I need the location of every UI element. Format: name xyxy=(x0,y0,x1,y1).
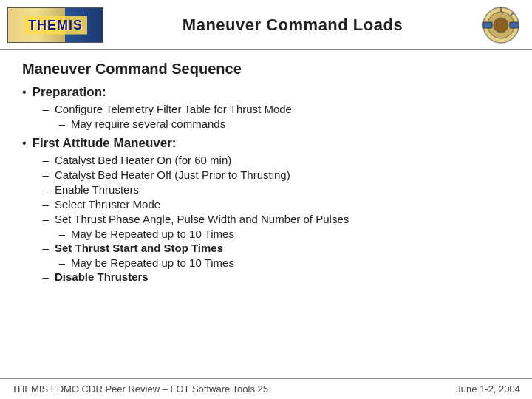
dash-2-3: – xyxy=(43,183,49,196)
sub-sub-item-start-1: – May be Repeated up to 10 Times xyxy=(59,256,510,269)
bullet-dot-2: • xyxy=(22,137,27,150)
bullet-preparation: • Preparation: – Configure Telemetry Fil… xyxy=(22,85,510,132)
bullet-content-2: First Attitude Maneuver: – Catalyst Bed … xyxy=(33,136,510,285)
svg-rect-6 xyxy=(483,22,492,28)
content: Maneuver Command Sequence • Preparation:… xyxy=(0,50,532,378)
svg-point-2 xyxy=(494,18,508,33)
sub-sub-text-1: May require several commands xyxy=(71,117,225,130)
header: THEMIS Maneuver Command Loads xyxy=(0,0,532,50)
sub-sub-list-phase: – May be Repeated up to 10 Times xyxy=(59,228,510,240)
dash-2-6: – xyxy=(43,242,49,254)
logo-text: THEMIS xyxy=(24,16,87,35)
sub-item-text-set-thrust-start: Set Thrust Start and Stop Times xyxy=(55,242,223,254)
sub-sub-text-start-1: May be Repeated up to 10 Times xyxy=(71,256,234,269)
sub-item-text-select-thruster: Select Thruster Mode xyxy=(55,198,160,211)
sub-item-enable-thrusters: – Enable Thrusters xyxy=(43,183,510,196)
sub-item-text-enable-thrusters: Enable Thrusters xyxy=(55,183,139,196)
sub-item-set-thrust-phase: – Set Thrust Phase Angle, Pulse Width an… xyxy=(43,213,510,225)
footer-left: THEMIS FDMO CDR Peer Review – FOT Softwa… xyxy=(12,383,268,395)
sub-sub-item-1: – May require several commands xyxy=(59,117,510,130)
sub-list-preparation: – Configure Telemetry Filter Table for T… xyxy=(43,103,510,130)
dash-2-6-1: – xyxy=(59,256,65,269)
dash-2-5: – xyxy=(43,213,49,225)
bullet-dot-1: • xyxy=(22,86,27,99)
dash-2-5-1: – xyxy=(59,228,65,240)
dash-2-1: – xyxy=(43,154,49,166)
dash-2-4: – xyxy=(43,198,49,211)
footer-right: June 1-2, 2004 xyxy=(456,383,520,395)
sub-item-disable-thrusters: – Disable Thrusters xyxy=(43,270,510,283)
dash-1: – xyxy=(43,103,49,115)
sub-item-configure: – Configure Telemetry Filter Table for T… xyxy=(43,103,510,115)
footer: THEMIS FDMO CDR Peer Review – FOT Softwa… xyxy=(0,378,532,399)
sub-sub-text-phase-1: May be Repeated up to 10 Times xyxy=(71,228,234,240)
dash-2-2: – xyxy=(43,168,49,181)
sub-sub-item-phase-1: – May be Repeated up to 10 Times xyxy=(59,228,510,240)
sub-item-catalyst-off: – Catalyst Bed Heater Off (Just Prior to… xyxy=(43,168,510,181)
sub-item-select-thruster: – Select Thruster Mode xyxy=(43,198,510,211)
sub-item-text-disable-thrusters: Disable Thrusters xyxy=(55,270,149,283)
header-title: Maneuver Command Loads xyxy=(103,16,482,35)
dash-2-7: – xyxy=(43,270,49,283)
sub-item-text-catalyst-on: Catalyst Bed Heater On (for 60 min) xyxy=(55,154,231,166)
satellite-icon xyxy=(482,6,520,44)
sub-item-catalyst-on: – Catalyst Bed Heater On (for 60 min) xyxy=(43,154,510,166)
bullet-content-1: Preparation: – Configure Telemetry Filte… xyxy=(33,85,510,132)
dash-1-1: – xyxy=(59,117,65,130)
bullet-label-2: First Attitude Maneuver: xyxy=(33,136,177,150)
sub-sub-list-1: – May require several commands xyxy=(59,117,510,130)
svg-rect-7 xyxy=(510,22,519,28)
sub-item-set-thrust-start: – Set Thrust Start and Stop Times xyxy=(43,242,510,254)
page: THEMIS Maneuver Command Loads Maneuver C… xyxy=(0,0,532,399)
section-title: Maneuver Command Sequence xyxy=(22,61,510,78)
sub-list-maneuver: – Catalyst Bed Heater On (for 60 min) – … xyxy=(43,154,510,283)
sub-item-text-configure: Configure Telemetry Filter Table for Thr… xyxy=(55,103,292,115)
sub-item-text-set-thrust-phase: Set Thrust Phase Angle, Pulse Width and … xyxy=(55,213,349,225)
logo-box: THEMIS xyxy=(7,7,103,43)
bullet-label-1: Preparation: xyxy=(33,85,106,99)
bullet-first-attitude: • First Attitude Maneuver: – Catalyst Be… xyxy=(22,136,510,285)
sub-item-text-catalyst-off: Catalyst Bed Heater Off (Just Prior to T… xyxy=(55,168,290,181)
sub-sub-list-start: – May be Repeated up to 10 Times xyxy=(59,256,510,269)
